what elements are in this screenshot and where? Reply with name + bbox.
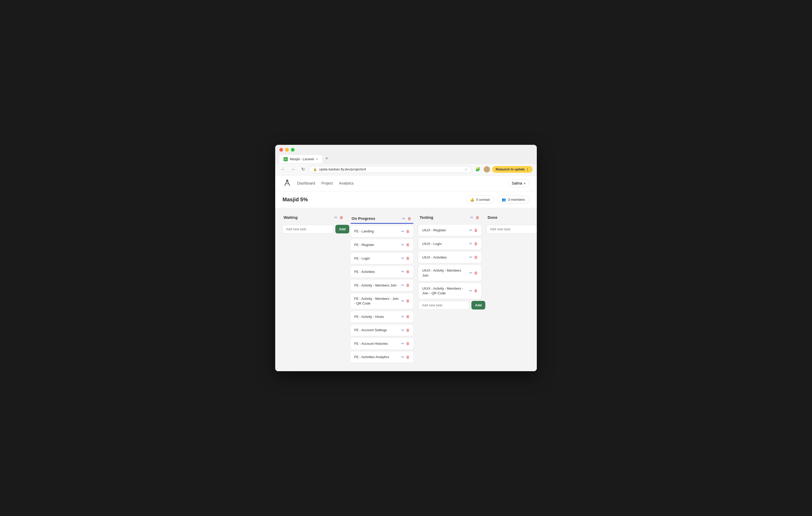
column-edit-waiting[interactable]: ✏ xyxy=(333,214,339,221)
task-edit-button[interactable]: ✏ xyxy=(401,269,404,274)
column-on-progress: On Progress✏🗑FE - Landing✏🗑FE - Register… xyxy=(351,214,413,365)
task-delete-button[interactable]: 🗑 xyxy=(406,314,410,320)
task-edit-button[interactable]: ✏ xyxy=(401,256,404,261)
task-delete-button[interactable]: 🗑 xyxy=(406,355,410,360)
back-button[interactable]: ← xyxy=(280,166,287,173)
column-delete-waiting[interactable]: 🗑 xyxy=(339,214,344,221)
add-task-button-testing[interactable]: Add xyxy=(471,301,485,309)
task-card: UIUX - Activities✏🗑 xyxy=(418,252,481,263)
task-actions: ✏🗑 xyxy=(401,328,410,333)
active-browser-tab[interactable]: M Masjid - Laravel × xyxy=(280,155,322,163)
task-delete-button[interactable]: 🗑 xyxy=(474,288,478,294)
task-delete-button[interactable]: 🗑 xyxy=(474,241,478,246)
column-indicator-on-progress xyxy=(351,223,413,224)
refresh-button[interactable]: ↻ xyxy=(299,166,307,173)
task-name: FE - Landing xyxy=(354,229,399,234)
task-delete-button[interactable]: 🗑 xyxy=(406,341,410,346)
task-card: FE - Account Histories✏🗑 xyxy=(351,338,413,350)
browser-toolbar: ← → ↻ 🔒 upida-kanban.fly.dev/projects/4 … xyxy=(275,163,537,175)
nav-analytics[interactable]: Analytics xyxy=(339,180,354,186)
task-actions: ✏🗑 xyxy=(401,355,410,360)
add-task-input-waiting[interactable] xyxy=(283,225,333,234)
user-chevron-icon: ▾ xyxy=(524,181,526,185)
app-header: Dashboard Project Analytics Salma ▾ xyxy=(275,175,537,191)
task-edit-button[interactable]: ✏ xyxy=(401,355,404,360)
task-card: UIUX - Login✏🗑 xyxy=(418,238,481,250)
task-delete-button[interactable]: 🗑 xyxy=(406,283,410,288)
browser-window: M Masjid - Laravel × + ← → ↻ 🔒 upida-kan… xyxy=(275,145,537,371)
task-name: FE - Login xyxy=(354,256,399,261)
minimize-traffic-light[interactable] xyxy=(285,148,289,152)
task-name: UIUX - Login xyxy=(422,242,467,246)
task-edit-button[interactable]: ✏ xyxy=(401,341,404,346)
task-delete-button[interactable]: 🗑 xyxy=(406,256,410,261)
bookmark-icon[interactable]: ☆ xyxy=(464,167,468,172)
relaunch-button[interactable]: Relaunch to update ⋮ xyxy=(492,166,532,173)
task-card: FE - Account Settings✏🗑 xyxy=(351,325,413,336)
task-edit-button[interactable]: ✏ xyxy=(469,241,472,246)
task-actions: ✏🗑 xyxy=(469,255,478,260)
task-delete-button[interactable]: 🗑 xyxy=(406,299,410,304)
tab-close-button[interactable]: × xyxy=(316,157,318,161)
task-delete-button[interactable]: 🗑 xyxy=(474,271,478,276)
user-name: Salma xyxy=(512,181,522,185)
task-name: UIUX - Activities xyxy=(422,255,467,260)
add-task-button-waiting[interactable]: Add xyxy=(336,225,349,234)
forward-button[interactable]: → xyxy=(289,166,297,173)
task-delete-button[interactable]: 🗑 xyxy=(406,269,410,274)
task-actions: ✏🗑 xyxy=(401,341,410,346)
column-edit-on-progress[interactable]: ✏ xyxy=(401,215,407,222)
address-bar[interactable]: 🔒 upida-kanban.fly.dev/projects/4 ☆ xyxy=(309,166,472,173)
user-menu[interactable]: Salma ▾ xyxy=(508,179,529,187)
task-delete-button[interactable]: 🗑 xyxy=(406,242,410,247)
new-tab-button[interactable]: + xyxy=(322,154,331,163)
add-task-input-testing[interactable] xyxy=(418,301,469,309)
task-card: UIUX - Activity - Members - Join - QR Co… xyxy=(418,283,481,299)
bell-icon: 🔔 xyxy=(470,198,474,202)
browser-controls xyxy=(280,148,532,152)
members-icon: 👥 xyxy=(502,198,506,202)
profile-avatar[interactable] xyxy=(484,166,490,173)
task-edit-button[interactable]: ✏ xyxy=(401,242,404,247)
add-task-input-done[interactable] xyxy=(487,225,537,234)
task-delete-button[interactable]: 🗑 xyxy=(406,328,410,333)
column-header-on-progress: On Progress✏🗑 xyxy=(351,215,413,222)
maximize-traffic-light[interactable] xyxy=(291,148,295,152)
task-edit-button[interactable]: ✏ xyxy=(469,271,472,276)
nav-project[interactable]: Project xyxy=(321,180,333,186)
task-edit-button[interactable]: ✏ xyxy=(469,228,472,233)
column-title-testing: Testing xyxy=(419,215,469,219)
task-name: FE - Account Settings xyxy=(354,328,399,333)
project-actions: 🔔 0 unread 👥 3 members xyxy=(466,195,529,204)
task-actions: ✏🗑 xyxy=(401,269,410,274)
task-edit-button[interactable]: ✏ xyxy=(401,328,404,333)
task-edit-button[interactable]: ✏ xyxy=(401,314,404,320)
browser-tabs: M Masjid - Laravel × + xyxy=(280,154,532,163)
task-card: FE - Landing✏🗑 xyxy=(351,226,413,237)
task-name: UIUX - Activity - Members Join xyxy=(422,268,467,278)
column-delete-testing[interactable]: 🗑 xyxy=(474,214,480,221)
task-edit-button[interactable]: ✏ xyxy=(401,299,404,304)
task-edit-button[interactable]: ✏ xyxy=(401,283,404,288)
column-edit-testing[interactable]: ✏ xyxy=(469,214,474,221)
task-name: FE - Activity - Members - Join - QR Code xyxy=(354,297,399,306)
extensions-button[interactable]: 🧩 xyxy=(474,166,482,173)
task-delete-button[interactable]: 🗑 xyxy=(406,229,410,234)
task-edit-button[interactable]: ✏ xyxy=(469,288,472,294)
task-edit-button[interactable]: ✏ xyxy=(401,229,404,234)
add-task-row-waiting: Add xyxy=(283,225,345,234)
address-url: upida-kanban.fly.dev/projects/4 xyxy=(319,167,462,171)
notifications-button[interactable]: 🔔 0 unread xyxy=(466,195,494,204)
task-actions: ✏🗑 xyxy=(401,242,410,247)
add-task-row-done: Add xyxy=(487,225,537,234)
task-delete-button[interactable]: 🗑 xyxy=(474,228,478,233)
nav-dashboard[interactable]: Dashboard xyxy=(297,180,315,186)
task-delete-button[interactable]: 🗑 xyxy=(474,255,478,260)
task-actions: ✏🗑 xyxy=(401,299,410,304)
task-name: FE - Activities Analytics xyxy=(354,355,399,359)
task-edit-button[interactable]: ✏ xyxy=(469,255,472,260)
close-traffic-light[interactable] xyxy=(280,148,283,152)
members-button[interactable]: 👥 3 members xyxy=(497,195,529,204)
column-delete-on-progress[interactable]: 🗑 xyxy=(407,215,412,222)
lock-icon: 🔒 xyxy=(313,168,317,171)
